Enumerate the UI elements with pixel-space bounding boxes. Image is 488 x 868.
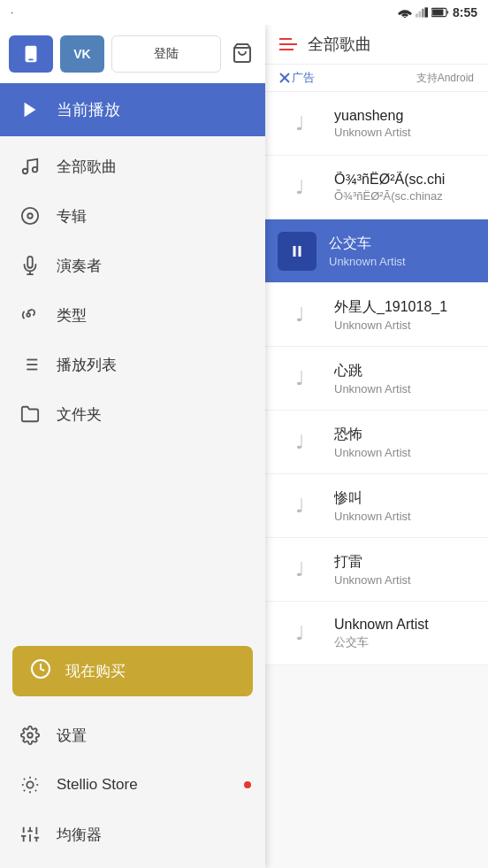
song-item-4[interactable]: ♩ 外星人_191018_1 Unknown Artist xyxy=(265,283,488,347)
hamburger-menu-button[interactable] xyxy=(279,38,297,50)
song-artist-9: 公交车 xyxy=(334,634,476,650)
svg-line-29 xyxy=(24,779,25,780)
music-note-icon-1: ♩ xyxy=(295,112,304,135)
song-info-2: Õ¾³ñËØ²Ã(sc.chi Õ¾³ñËØ²Ã(sc.chinaz xyxy=(334,172,476,203)
status-left: · xyxy=(11,6,13,19)
svg-marker-10 xyxy=(25,103,36,118)
song-thumb-5: ♩ xyxy=(278,357,322,401)
nav-all-songs[interactable]: 全部歌曲 xyxy=(0,142,265,191)
svg-rect-8 xyxy=(28,59,34,61)
settings-icon xyxy=(18,723,42,748)
signal-icon xyxy=(416,7,428,18)
svg-point-14 xyxy=(27,213,33,219)
equalizer-label: 均衡器 xyxy=(57,825,102,845)
nav-folder[interactable]: 文件夹 xyxy=(0,389,265,439)
music-note-icon-5: ♩ xyxy=(295,367,304,390)
song-thumb-4: ♩ xyxy=(278,293,322,337)
song-item-7[interactable]: ♩ 惨叫 Unknown Artist xyxy=(265,474,488,538)
device-button[interactable] xyxy=(9,35,53,73)
song-thumb-1: ♩ xyxy=(278,102,322,146)
settings-item[interactable]: 设置 xyxy=(0,711,265,760)
hamburger-line-1 xyxy=(279,38,292,40)
song-info-6: 恐怖 Unknown Artist xyxy=(334,426,476,459)
svg-rect-46 xyxy=(294,246,296,257)
song-item-5[interactable]: ♩ 心跳 Unknown Artist xyxy=(265,347,488,411)
svg-line-33 xyxy=(24,790,25,791)
music-note-icon-6: ♩ xyxy=(295,431,304,454)
equalizer-icon xyxy=(18,822,42,847)
nav-artist-label: 演奏者 xyxy=(57,256,102,276)
svg-point-25 xyxy=(27,733,33,738)
song-info-7: 惨叫 Unknown Artist xyxy=(334,489,476,523)
song-info-1: yuansheng Unknown Artist xyxy=(334,108,476,139)
right-panel: 全部歌曲 广告 支持Android ♩ yuansheng xyxy=(265,25,488,868)
nav-genre[interactable]: 类型 xyxy=(0,290,265,340)
song-artist-8: Unknown Artist xyxy=(334,573,476,587)
music-note-icon-9: ♩ xyxy=(295,622,304,645)
song-item-3[interactable]: 公交车 Unknown Artist xyxy=(265,219,488,283)
cart-icon xyxy=(232,42,253,64)
device-icon xyxy=(21,44,41,64)
song-item-1[interactable]: ♩ yuansheng Unknown Artist xyxy=(265,92,488,156)
song-title-1: yuansheng xyxy=(334,108,476,124)
right-header: 全部歌曲 xyxy=(265,25,488,65)
song-artist-5: Unknown Artist xyxy=(334,382,476,396)
sidebar: VK 登陆 当前播放 xyxy=(0,25,265,868)
song-item-9[interactable]: ♩ Unknown Artist 公交车 xyxy=(265,602,488,665)
status-dot: · xyxy=(11,6,13,19)
close-x-icon xyxy=(279,73,290,83)
hamburger-line-3 xyxy=(279,49,294,50)
main-container: VK 登陆 当前播放 xyxy=(0,25,488,868)
login-button[interactable]: 登陆 xyxy=(111,35,221,73)
song-item-6[interactable]: ♩ 恐怖 Unknown Artist xyxy=(265,411,488,474)
song-info-5: 心跳 Unknown Artist xyxy=(334,362,476,396)
status-bar: · 8:55 xyxy=(0,0,488,25)
right-header-title: 全部歌曲 xyxy=(308,34,371,55)
status-time: 8:55 xyxy=(453,5,477,19)
svg-rect-3 xyxy=(422,9,424,18)
svg-point-17 xyxy=(27,313,30,317)
svg-point-12 xyxy=(33,167,38,173)
cart-button[interactable] xyxy=(228,39,256,70)
now-playing-button[interactable]: 当前播放 xyxy=(0,83,265,136)
svg-rect-47 xyxy=(299,246,301,257)
update-dot xyxy=(244,781,251,788)
settings-label: 设置 xyxy=(57,726,87,746)
svg-rect-2 xyxy=(418,12,421,18)
song-info-4: 外星人_191018_1 Unknown Artist xyxy=(334,298,476,332)
song-artist-7: Unknown Artist xyxy=(334,510,476,523)
genre-icon xyxy=(18,303,42,327)
song-thumb-8: ♩ xyxy=(278,548,322,592)
song-artist-3: Unknown Artist xyxy=(329,255,476,268)
song-title-8: 打雷 xyxy=(334,553,476,572)
song-artist-6: Unknown Artist xyxy=(334,446,476,459)
status-right: 8:55 xyxy=(398,5,477,19)
album-icon xyxy=(18,204,42,228)
nav-playlist-label: 播放列表 xyxy=(57,355,117,375)
ad-support-text: 支持Android xyxy=(416,71,474,86)
song-title-7: 惨叫 xyxy=(334,489,476,508)
pause-button[interactable] xyxy=(278,232,316,271)
buy-now-button[interactable]: 现在购买 xyxy=(12,646,253,696)
vk-button[interactable]: VK xyxy=(60,35,104,73)
song-title-2: Õ¾³ñËØ²Ã(sc.chi xyxy=(334,172,476,188)
stellio-store-item[interactable]: Stellio Store xyxy=(0,760,265,810)
song-artist-4: Unknown Artist xyxy=(334,319,476,332)
svg-point-13 xyxy=(22,208,38,224)
song-info-8: 打雷 Unknown Artist xyxy=(334,553,476,587)
ad-label: 广告 xyxy=(292,70,315,86)
song-item-8[interactable]: ♩ 打雷 Unknown Artist xyxy=(265,538,488,602)
play-triangle-icon xyxy=(20,100,40,119)
nav-playlist[interactable]: 播放列表 xyxy=(0,340,265,389)
song-title-3: 公交车 xyxy=(329,234,476,253)
song-artist-1: Unknown Artist xyxy=(334,126,476,139)
song-title-9: Unknown Artist xyxy=(334,617,476,633)
ad-close-button[interactable]: 广告 xyxy=(279,70,315,86)
hamburger-line-2 xyxy=(279,43,297,45)
nav-artist[interactable]: 演奏者 xyxy=(0,241,265,290)
song-item-2[interactable]: ♩ Õ¾³ñËØ²Ã(sc.chi Õ¾³ñËØ²Ã(sc.chinaz xyxy=(265,156,488,219)
nav-album[interactable]: 专辑 xyxy=(0,191,265,241)
nav-all-songs-label: 全部歌曲 xyxy=(57,157,117,177)
song-title-4: 外星人_191018_1 xyxy=(334,298,476,317)
equalizer-item[interactable]: 均衡器 xyxy=(0,810,265,859)
